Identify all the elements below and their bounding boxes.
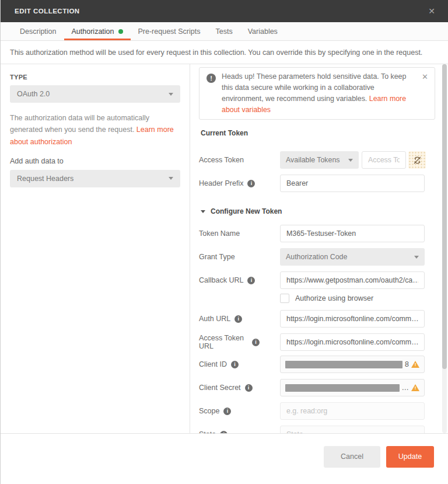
info-icon[interactable]: i [252,339,260,346]
info-icon[interactable]: i [223,408,231,415]
auth-url-input[interactable] [280,310,425,328]
client-secret-label: Client Secret i [199,384,280,392]
oauth-config-panel: ! Heads up! These parameters hold sensit… [190,64,448,433]
grant-type-row: Grant Type Authorization Code [199,248,448,266]
authorize-browser-label: Authorize using browser [295,294,373,302]
info-icon[interactable]: i [245,384,253,392]
header-prefix-label: Header Prefix i [199,179,280,187]
current-token-section-label: Current Token [201,129,448,137]
info-icon[interactable]: i [247,277,255,284]
header-prefix-input[interactable] [280,175,425,192]
token-name-input[interactable] [280,225,425,242]
cancel-button[interactable]: Cancel [324,446,380,468]
scope-input[interactable] [280,402,425,420]
collapse-triangle-icon [201,210,205,213]
token-sync-disabled-button[interactable] [408,151,426,169]
client-id-label: Client ID i [199,360,280,368]
add-auth-data-value: Request Headers [17,175,74,183]
warning-icon: ! [411,361,419,368]
add-auth-data-dropdown[interactable]: Request Headers [10,170,180,187]
grant-type-label: Grant Type [199,253,280,261]
authorize-browser-checkbox[interactable] [280,294,289,303]
chevron-down-icon [169,177,173,180]
auth-help-text: The authorization data will be automatic… [10,112,180,148]
auth-type-value: OAuth 2.0 [17,90,50,98]
update-button[interactable]: Update [386,446,434,468]
redaction-bar [285,384,400,392]
chevron-down-icon [169,93,173,96]
access-token-row: Access Token Available Tokens [199,151,448,169]
info-icon[interactable]: i [231,361,239,368]
scrollbar-track[interactable] [442,64,447,433]
configure-new-token-header[interactable]: Configure New Token [201,207,448,215]
dialog-footer: Cancel Update [1,433,448,479]
token-name-row: Token Name [199,225,448,242]
tab-tests[interactable]: Tests [208,22,240,40]
alert-circle-icon: ! [206,74,216,83]
available-tokens-dropdown[interactable]: Available Tokens [280,151,359,169]
tab-variables[interactable]: Variables [240,22,285,40]
callback-url-row: Callback URL i [199,271,448,289]
access-token-url-label: Access Token URL i [199,334,280,350]
callback-url-label: Callback URL i [199,276,280,284]
auth-type-dropdown[interactable]: OAuth 2.0 [10,85,180,103]
authorize-browser-row: Authorize using browser [280,294,448,303]
state-label: State i [199,430,280,433]
client-id-visible-text: 8 [405,360,409,368]
edit-collection-dialog: EDIT COLLECTION ✕ Description Authorizat… [0,0,448,484]
auth-url-row: Auth URL i [199,310,448,328]
dialog-title: EDIT COLLECTION [15,8,80,15]
tab-bar: Description Authorization Pre-request Sc… [1,22,448,41]
client-secret-row: Client Secret i … ! [199,379,448,396]
redaction-bar [285,361,402,368]
callback-url-input[interactable] [280,271,425,289]
state-input[interactable] [280,426,425,433]
info-icon[interactable]: i [247,180,255,187]
client-secret-visible-text: … [402,384,409,392]
scope-row: Scope i [199,402,448,420]
type-label: TYPE [10,74,180,81]
sync-disabled-icon [413,156,422,165]
dialog-close-icon[interactable]: ✕ [428,7,435,15]
add-auth-data-label: Add auth data to [10,157,180,165]
chevron-down-icon [348,159,353,162]
access-token-url-row: Access Token URL i [199,333,448,351]
authorization-active-dot [118,29,123,34]
auth-type-panel: TYPE OAuth 2.0 The authorization data wi… [1,64,190,433]
tab-description[interactable]: Description [12,22,64,40]
chevron-down-icon [414,256,419,259]
access-token-label: Access Token [199,156,280,164]
warning-icon: ! [411,384,419,391]
grant-type-dropdown[interactable]: Authorization Code [280,248,425,266]
tab-authorization[interactable]: Authorization [64,22,131,40]
scrollbar-thumb[interactable] [442,64,447,369]
client-id-row: Client ID i 8 ! [199,356,448,373]
state-row: State i [199,426,448,433]
auth-url-label: Auth URL i [199,315,280,323]
tab-pre-request-scripts[interactable]: Pre-request Scripts [131,22,208,40]
header-prefix-row: Header Prefix i [199,175,448,192]
access-token-controls: Available Tokens [280,151,425,169]
client-secret-input[interactable]: … ! [280,379,425,396]
banner-close-icon[interactable]: ✕ [422,72,428,81]
token-name-label: Token Name [199,229,280,238]
info-icon[interactable]: i [235,315,242,323]
access-token-input[interactable] [362,151,406,169]
info-icon[interactable]: i [220,431,228,434]
access-token-url-input[interactable] [280,333,425,351]
banner-text: Heads up! These parameters hold sensitiv… [222,71,416,116]
dialog-titlebar: EDIT COLLECTION ✕ [1,0,448,22]
client-id-input[interactable]: 8 ! [280,356,425,373]
dialog-body: TYPE OAuth 2.0 The authorization data wi… [1,64,448,433]
intro-text: This authorization method will be used f… [1,41,448,64]
scope-label: Scope i [199,407,280,415]
sensitive-data-banner: ! Heads up! These parameters hold sensit… [199,67,435,120]
